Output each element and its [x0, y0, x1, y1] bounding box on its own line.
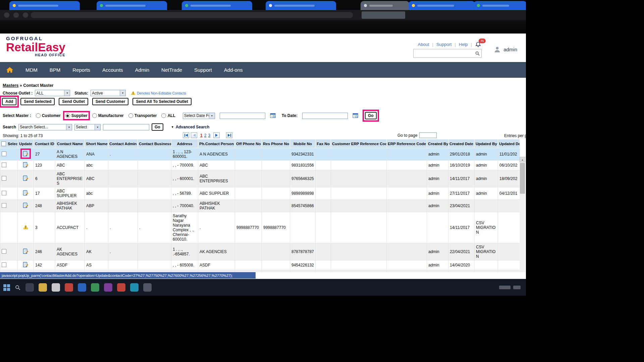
home-icon[interactable]: [6, 67, 13, 73]
from-date-input[interactable]: [220, 113, 265, 119]
send-all-button[interactable]: Send All To Selected Outlet: [132, 98, 191, 105]
page-number-link[interactable]: 3: [208, 133, 210, 138]
edit-icon[interactable]: [23, 262, 29, 267]
first-page-button[interactable]: [183, 132, 189, 138]
app-icon[interactable]: [52, 283, 60, 292]
add-button[interactable]: Add: [2, 98, 16, 105]
user-menu[interactable]: admin: [493, 46, 517, 53]
breadcrumb-root[interactable]: Masters: [3, 83, 18, 88]
last-page-button[interactable]: [226, 132, 232, 138]
search-field-select[interactable]: Search Select... ▼: [18, 124, 72, 130]
calendar-icon[interactable]: [270, 113, 276, 118]
row-checkbox[interactable]: [2, 262, 6, 267]
file-explorer-icon[interactable]: [39, 283, 47, 292]
radio-group-manufacturer[interactable]: Manufacturer: [92, 113, 124, 118]
go-to-page-input[interactable]: [419, 132, 437, 138]
search-input[interactable]: [103, 124, 149, 130]
address-bar[interactable]: [31, 12, 353, 18]
radio-supplier[interactable]: [65, 113, 70, 118]
app-icon[interactable]: [130, 283, 139, 292]
tray-item[interactable]: [513, 286, 521, 289]
send-selected-button[interactable]: Send Selected: [20, 98, 55, 105]
nav-item-bpm[interactable]: BPM: [50, 67, 61, 73]
radio-group-all[interactable]: ALL: [161, 113, 175, 118]
support-link[interactable]: Support: [436, 42, 452, 47]
radio-group-transporter[interactable]: Transporter: [128, 113, 157, 118]
nav-item-nettrade[interactable]: NetTrade: [161, 67, 182, 73]
next-page-button[interactable]: [213, 132, 220, 138]
row-checkbox[interactable]: [2, 176, 6, 181]
tray-item[interactable]: [499, 286, 511, 289]
scroll-up-icon[interactable]: ▲: [520, 157, 525, 162]
app-icon[interactable]: [78, 283, 86, 292]
prev-page-button[interactable]: [191, 132, 197, 138]
send-outlet-button[interactable]: Send Outlet: [59, 98, 88, 105]
search-icon[interactable]: [475, 51, 480, 56]
to-date-input[interactable]: [302, 113, 348, 119]
edit-icon[interactable]: [23, 175, 29, 181]
reload-icon[interactable]: [23, 12, 28, 18]
row-checkbox[interactable]: [2, 191, 6, 195]
help-link[interactable]: Help: [459, 42, 468, 47]
date-filter-go-button[interactable]: Go: [365, 112, 377, 119]
nav-item-mdm[interactable]: MDM: [25, 67, 38, 73]
select-date-for-select[interactable]: Select Date For ▼: [183, 113, 215, 119]
app-icon[interactable]: [91, 283, 99, 292]
edit-icon[interactable]: [23, 190, 29, 196]
edit-icon[interactable]: [23, 151, 29, 157]
row-checkbox[interactable]: [2, 249, 6, 254]
edit-icon[interactable]: [23, 202, 29, 208]
nav-item-addons[interactable]: Add-ons: [224, 67, 243, 73]
vertical-scrollbar[interactable]: ▲ ▼: [520, 157, 525, 272]
row-checkbox[interactable]: [2, 163, 6, 167]
app-icon[interactable]: [104, 283, 112, 292]
task-view-icon[interactable]: [25, 283, 34, 292]
search-go-button[interactable]: Go: [152, 123, 163, 131]
browser-tab-active[interactable]: [361, 1, 409, 10]
app-icon[interactable]: [65, 283, 73, 292]
browser-tab[interactable]: [9, 1, 80, 10]
send-customer-button[interactable]: Send Customer: [92, 98, 129, 105]
page-number-link[interactable]: 2: [204, 133, 207, 138]
forward-icon[interactable]: [13, 12, 19, 18]
row-checkbox[interactable]: [2, 203, 6, 208]
notification-bell-icon[interactable]: 71: [475, 41, 482, 48]
browser-tab[interactable]: [266, 1, 336, 10]
choose-outlet-select[interactable]: ALL ▼: [35, 90, 70, 96]
status-select[interactable]: Active ▼: [91, 90, 126, 96]
radio-customer[interactable]: [36, 113, 41, 118]
scrollbar-thumb[interactable]: [520, 163, 525, 194]
taskbar-search-icon[interactable]: [15, 285, 21, 291]
edit-icon[interactable]: [23, 248, 29, 254]
nav-item-support[interactable]: Support: [194, 67, 212, 73]
select-all-checkbox[interactable]: [1, 141, 6, 146]
row-checkbox[interactable]: [2, 152, 6, 156]
radio-transporter[interactable]: [128, 113, 133, 118]
browser-toolbar-button[interactable]: [362, 11, 405, 19]
browser-tab[interactable]: [474, 1, 526, 10]
radio-manufacturer[interactable]: [92, 113, 97, 118]
cell-id: 142: [34, 260, 55, 270]
radio-group-customer[interactable]: Customer: [36, 113, 61, 118]
search-operator-select[interactable]: Select ▼: [74, 124, 101, 130]
start-button-icon[interactable]: [3, 284, 10, 291]
edit-icon[interactable]: [23, 162, 29, 168]
about-link[interactable]: About: [418, 42, 429, 47]
app-icon[interactable]: [117, 283, 125, 292]
radio-all[interactable]: [161, 113, 166, 118]
app-icon[interactable]: [143, 283, 152, 292]
browser-tab[interactable]: [182, 1, 252, 10]
browser-tab[interactable]: [409, 1, 475, 10]
calendar-icon[interactable]: [353, 113, 358, 118]
browser-tab[interactable]: [97, 1, 167, 10]
nav-item-reports[interactable]: Reports: [72, 67, 90, 73]
nav-item-admin[interactable]: Admin: [135, 67, 150, 73]
nav-item-accounts[interactable]: Accounts: [102, 67, 123, 73]
header-search-input[interactable]: [414, 50, 475, 57]
page-number-current[interactable]: 1: [200, 133, 203, 138]
breadcrumb-sep: »: [20, 83, 22, 88]
system-tray[interactable]: [499, 286, 521, 289]
advanced-search-toggle[interactable]: ▼ Advanced Search: [171, 125, 210, 129]
radio-group-supplier[interactable]: Supplier: [65, 113, 88, 118]
back-icon[interactable]: [4, 12, 9, 18]
